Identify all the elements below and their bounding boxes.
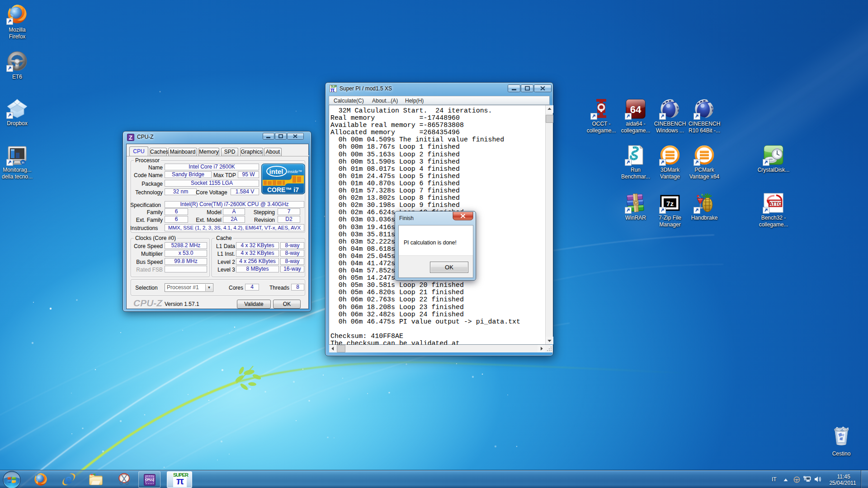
svg-text:CORE™ i7: CORE™ i7 — [267, 186, 299, 193]
svg-text:64: 64 — [630, 104, 642, 115]
svg-text:inside™: inside™ — [288, 169, 302, 174]
svg-text:7z: 7z — [666, 200, 674, 207]
svg-text:e: e — [66, 473, 72, 486]
svg-text:intel: intel — [269, 168, 283, 175]
svg-text:ATTO: ATTO — [769, 201, 782, 206]
svg-text:in: in — [22, 161, 24, 164]
